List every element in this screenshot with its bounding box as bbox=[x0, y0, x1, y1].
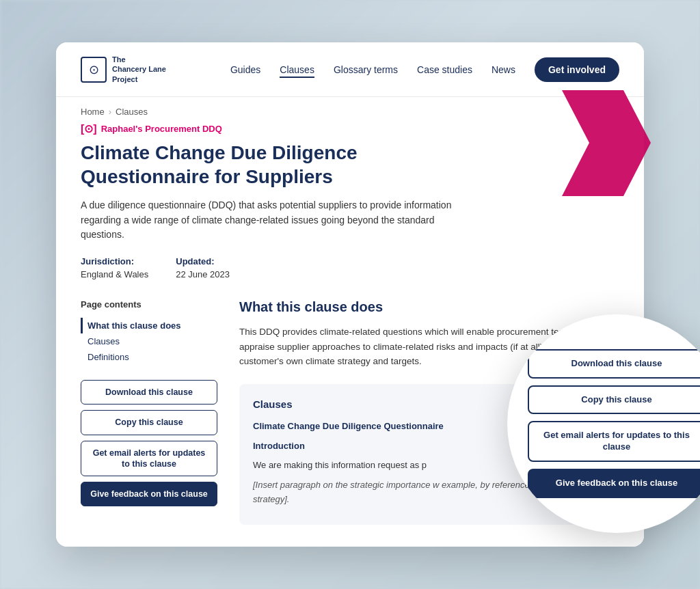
main-card: ⊙ The Chancery Lane Project Guides Claus… bbox=[56, 42, 644, 547]
breadcrumb-home[interactable]: Home bbox=[81, 107, 105, 117]
breadcrumb-current[interactable]: Clauses bbox=[116, 107, 148, 117]
toc-list: What this clause does Clauses Definition… bbox=[81, 318, 217, 365]
section1-title: What this clause does bbox=[239, 299, 619, 315]
logo-text: The Chancery Lane Project bbox=[112, 55, 166, 84]
nav-item-news[interactable]: News bbox=[492, 64, 515, 76]
logo: ⊙ The Chancery Lane Project bbox=[81, 55, 166, 84]
meta-row: Jurisdiction: England & Wales Updated: 2… bbox=[81, 256, 619, 280]
nav-item-glossary[interactable]: Glossary terms bbox=[334, 64, 398, 76]
toc-item-what-clause-does[interactable]: What this clause does bbox=[81, 318, 217, 333]
zoom-circle-container: Download this clause Copy this clause Ge… bbox=[507, 314, 700, 533]
toc-item-clauses[interactable]: Clauses bbox=[81, 333, 217, 349]
toc-item-definitions[interactable]: Definitions bbox=[81, 349, 217, 365]
page-description: A due diligence questionnaire (DDQ) that… bbox=[81, 198, 477, 243]
nav-item-clauses[interactable]: Clauses bbox=[280, 64, 314, 76]
email-alerts-button-zoom[interactable]: Get email alerts for updates to this cla… bbox=[528, 421, 700, 462]
jurisdiction-meta: Jurisdiction: England & Wales bbox=[81, 256, 148, 280]
nav-links: Guides Clauses Glossary terms Case studi… bbox=[230, 64, 515, 76]
jurisdiction-value: England & Wales bbox=[81, 269, 148, 279]
project-tag: [⊙] Raphael's Procurement DDQ bbox=[81, 122, 619, 135]
page-title: Climate Change Due Diligence Questionnai… bbox=[81, 141, 491, 189]
copy-clause-button-zoom[interactable]: Copy this clause bbox=[528, 385, 700, 415]
updated-value: 22 June 2023 bbox=[176, 269, 230, 279]
download-clause-button-sidebar[interactable]: Download this clause bbox=[81, 380, 217, 405]
get-involved-button[interactable]: Get involved bbox=[535, 57, 619, 82]
jurisdiction-label: Jurisdiction: bbox=[81, 256, 148, 266]
zoom-circle: Download this clause Copy this clause Ge… bbox=[507, 314, 700, 533]
updated-meta: Updated: 22 June 2023 bbox=[176, 256, 230, 280]
email-alerts-button-sidebar[interactable]: Get email alerts for updates to this cla… bbox=[81, 441, 217, 477]
project-tag-icon: [⊙] bbox=[81, 122, 97, 135]
breadcrumb: Home › Clauses bbox=[56, 97, 644, 122]
breadcrumb-separator: › bbox=[109, 107, 111, 117]
nav-item-guides[interactable]: Guides bbox=[230, 64, 260, 76]
feedback-button-zoom[interactable]: Give feedback on this clause bbox=[528, 469, 700, 498]
sidebar: Page contents What this clause does Clau… bbox=[81, 299, 217, 525]
navbar: ⊙ The Chancery Lane Project Guides Claus… bbox=[56, 42, 644, 97]
sidebar-buttons: Download this clause Copy this clause Ge… bbox=[81, 380, 217, 506]
nav-item-case-studies[interactable]: Case studies bbox=[417, 64, 472, 76]
page-contents-label: Page contents bbox=[81, 299, 217, 310]
updated-label: Updated: bbox=[176, 256, 230, 266]
logo-icon: ⊙ bbox=[81, 57, 107, 83]
download-clause-button-zoom[interactable]: Download this clause bbox=[528, 349, 700, 379]
feedback-button-sidebar[interactable]: Give feedback on this clause bbox=[81, 482, 217, 506]
copy-clause-button-sidebar[interactable]: Copy this clause bbox=[81, 410, 217, 435]
